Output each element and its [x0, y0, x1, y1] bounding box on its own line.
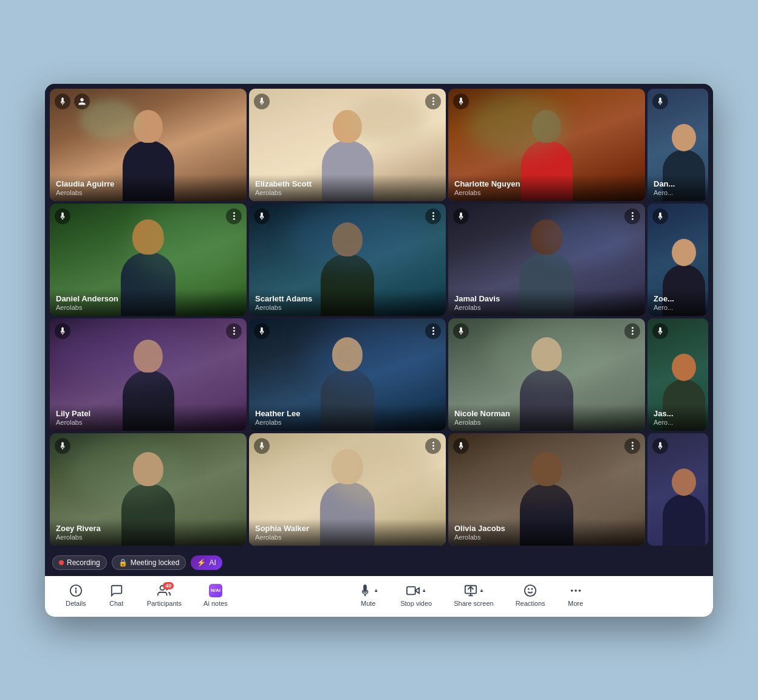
ai-badge-icon: N/AI: [209, 584, 222, 597]
mic-btn-nicole[interactable]: [453, 323, 469, 339]
more-btn-jamal[interactable]: [624, 208, 640, 224]
participants-button[interactable]: 40 Participants: [136, 581, 193, 609]
chat-label: Chat: [109, 600, 123, 607]
screen-caret-icon: ▲: [479, 588, 484, 593]
tile-controls-daniel: [55, 208, 70, 224]
tile-top-right-sophia: [425, 438, 441, 454]
participant-name-scarlett: Scarlett Adams: [255, 294, 440, 304]
tile-heather[interactable]: Heather Lee Aerolabs: [249, 318, 446, 431]
app-window: Claudia Aguirre Aerolabs: [45, 84, 713, 617]
tile-controls-jamal: [453, 208, 469, 224]
tile-overlay-heather: Heather Lee Aerolabs: [249, 404, 446, 431]
tile-nicole[interactable]: Nicole Norman Aerolabs: [448, 318, 645, 431]
participant-company-heather: Aerolabs: [255, 419, 440, 426]
user-btn-claudia[interactable]: [74, 94, 90, 109]
mic-btn-partial3[interactable]: [652, 323, 668, 339]
tile-jamal[interactable]: Jamal Davis Aerolabs: [448, 204, 645, 316]
share-screen-button[interactable]: ▲ Share screen: [443, 581, 504, 609]
emoji-toolbar-icon: [523, 583, 538, 598]
participant-name-zoey: Zoey Rivera: [56, 524, 241, 534]
tile-claudia[interactable]: Claudia Aguirre Aerolabs: [50, 89, 247, 201]
svg-rect-5: [407, 586, 415, 594]
tile-top-right-nicole: [624, 323, 640, 339]
svg-marker-4: [415, 588, 419, 593]
mic-btn-jamal[interactable]: [453, 208, 469, 224]
tile-olivia[interactable]: Olivia Jacobs Aerolabs: [448, 433, 645, 546]
tile-scarlett[interactable]: Scarlett Adams Aerolabs: [249, 204, 446, 316]
video-grid: Claudia Aguirre Aerolabs: [45, 84, 713, 551]
mic-btn-claudia[interactable]: [55, 94, 70, 109]
ai-notes-button[interactable]: N/AI Ai notes: [193, 581, 239, 609]
tile-controls-partial4: [652, 438, 668, 454]
mic-btn-partial4[interactable]: [652, 438, 668, 454]
tile-elizabeth[interactable]: Elizabeth Scott Aerolabs: [249, 89, 446, 201]
tile-zoey[interactable]: Zoey Rivera Aerolabs: [50, 433, 247, 546]
more-btn-scarlett[interactable]: [425, 208, 441, 224]
participants-icon: 40: [157, 583, 171, 598]
locked-badge: 🔒 Meeting locked: [112, 555, 186, 570]
mute-button[interactable]: ▲ Mute: [347, 581, 389, 609]
more-btn-daniel[interactable]: [226, 208, 242, 224]
tile-controls-partial3: [652, 323, 668, 339]
mic-btn-charlotte[interactable]: [453, 94, 469, 109]
ai-notes-label: Ai notes: [203, 600, 228, 607]
details-button[interactable]: Details: [55, 581, 97, 609]
participant-name-claudia: Claudia Aguirre: [56, 179, 241, 189]
tile-partial4: [647, 433, 708, 546]
participant-company-elizabeth: Aerolabs: [255, 189, 440, 196]
participant-name-charlotte: Charlotte Nguyen: [454, 179, 639, 189]
more-btn-nicole[interactable]: [624, 323, 640, 339]
tile-partial3: Jas... Aero...: [647, 318, 708, 431]
record-dot-icon: [59, 560, 64, 565]
tile-charlotte[interactable]: Charlotte Nguyen Aerolabs: [448, 89, 645, 201]
mic-btn-heather[interactable]: [254, 323, 270, 339]
mic-btn-zoey[interactable]: [55, 438, 70, 454]
chat-button[interactable]: Chat: [97, 581, 136, 609]
tile-overlay-jamal: Jamal Davis Aerolabs: [448, 289, 645, 316]
more-btn-olivia[interactable]: [624, 438, 640, 454]
tile-controls-partial2: [652, 208, 668, 224]
participant-name-olivia: Olivia Jacobs: [454, 524, 639, 534]
mic-btn-elizabeth[interactable]: [254, 94, 270, 109]
tile-daniel[interactable]: Daniel Anderson Aerolabs: [50, 204, 247, 316]
participant-name-heather: Heather Lee: [255, 409, 440, 419]
video-control: ▲: [406, 583, 426, 598]
tile-overlay-partial1: Dan... Aero...: [647, 174, 708, 201]
mic-btn-daniel[interactable]: [55, 208, 70, 224]
recording-label: Recording: [67, 558, 100, 567]
mic-btn-partial1[interactable]: [652, 94, 668, 109]
participant-company-nicole: Aerolabs: [454, 419, 639, 426]
participant-company-olivia: Aerolabs: [454, 534, 639, 541]
mic-btn-lily[interactable]: [55, 323, 70, 339]
participant-company-zoey: Aerolabs: [56, 534, 241, 541]
more-btn-heather[interactable]: [425, 323, 441, 339]
mic-btn-partial2[interactable]: [652, 208, 668, 224]
tile-top-right-lily: [226, 323, 242, 339]
mic-btn-scarlett[interactable]: [254, 208, 270, 224]
tile-controls-charlotte: [453, 94, 469, 109]
more-button[interactable]: More: [556, 581, 595, 609]
mute-control: ▲: [358, 583, 378, 598]
tile-overlay-elizabeth: Elizabeth Scott Aerolabs: [249, 174, 446, 201]
tile-partial1: Dan... Aero...: [647, 89, 708, 201]
tile-lily[interactable]: Lily Patel Aerolabs: [50, 318, 247, 431]
participant-company-partial3: Aero...: [654, 419, 702, 426]
participant-name-elizabeth: Elizabeth Scott: [255, 179, 440, 189]
tile-controls-scarlett: [254, 208, 270, 224]
more-btn-sophia[interactable]: [425, 438, 441, 454]
tile-sophia[interactable]: Sophia Walker Aerolabs: [249, 433, 446, 546]
participant-name-partial1: Dan...: [654, 179, 702, 189]
reactions-button[interactable]: Reactions: [505, 581, 556, 609]
more-btn-lily[interactable]: [226, 323, 242, 339]
more-btn-elizabeth[interactable]: [425, 94, 441, 109]
tile-controls-zoey: [55, 438, 70, 454]
mic-btn-olivia[interactable]: [453, 438, 469, 454]
stop-video-button[interactable]: ▲ Stop video: [389, 581, 443, 609]
toolbar-left: Details Chat 40: [55, 581, 239, 609]
mic-btn-sophia[interactable]: [254, 438, 270, 454]
participant-company-jamal: Aerolabs: [454, 304, 639, 311]
ai-label: AI: [209, 558, 216, 567]
participant-name-sophia: Sophia Walker: [255, 524, 440, 534]
more-toolbar-icon: [568, 583, 583, 598]
tile-controls-partial1: [652, 94, 668, 109]
